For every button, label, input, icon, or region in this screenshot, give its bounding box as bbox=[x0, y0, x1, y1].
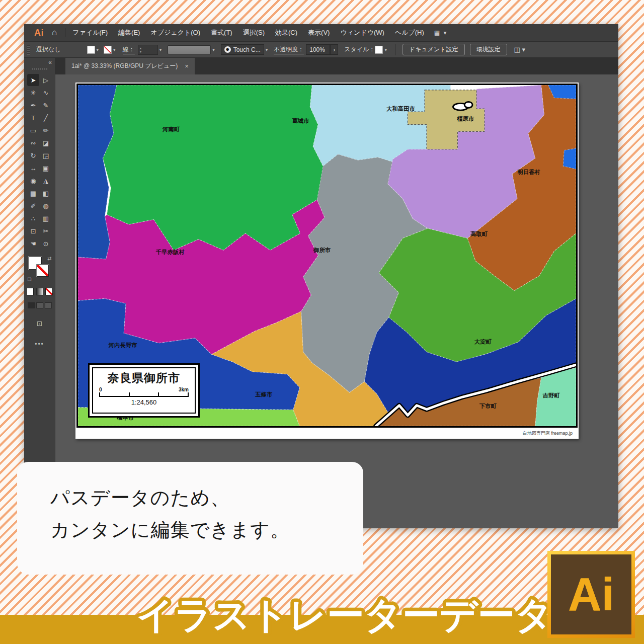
zoom-tool[interactable]: ⊙ bbox=[40, 237, 52, 250]
type-tool[interactable]: T bbox=[27, 112, 39, 124]
region-label-yamatotakada[interactable]: 大和高田市 bbox=[386, 105, 416, 112]
callout-line-1: パスデータのため、 bbox=[50, 482, 363, 514]
symbol-sprayer-tool[interactable]: ∴ bbox=[27, 212, 39, 224]
menu-item[interactable]: 効果(C) bbox=[275, 28, 297, 37]
map-title: 奈良県御所市 bbox=[98, 370, 190, 386]
menu-item[interactable]: ウィンドウ(W) bbox=[340, 28, 384, 37]
region-label-chihayaakasaka[interactable]: 千早赤阪村 bbox=[155, 249, 185, 255]
home-icon[interactable]: ⌂ bbox=[52, 28, 57, 38]
region-label-kashihara[interactable]: 橿原市 bbox=[456, 115, 474, 122]
fill-color-swatch[interactable] bbox=[87, 46, 95, 54]
illustrator-window: Ai ⌂ ファイル(F)編集(E)オブジェクト(O)書式(T)選択(S)効果(C… bbox=[24, 24, 618, 528]
document-tab[interactable]: 1ai* @ 33.33% (RGB/GPU プレビュー) × bbox=[65, 58, 195, 74]
region-label-kawachinagano[interactable]: 河内長野市 bbox=[108, 342, 138, 348]
lasso-tool[interactable]: ∿ bbox=[40, 87, 52, 99]
opacity-panel-button[interactable]: › bbox=[330, 44, 338, 55]
edit-toolbar-ellipsis[interactable]: ••• bbox=[24, 341, 55, 348]
panel-grip[interactable] bbox=[27, 45, 30, 55]
chevron-down-icon[interactable]: ▾ bbox=[159, 47, 162, 52]
slice-tool[interactable]: ✂ bbox=[40, 225, 52, 237]
region-blue-patch-e[interactable] bbox=[563, 148, 576, 169]
rotate-tool[interactable]: ↻ bbox=[27, 149, 39, 162]
magic-wand-tool[interactable]: ✳ bbox=[27, 87, 39, 99]
illustrator-badge-text: Ai bbox=[568, 568, 614, 621]
style-label: スタイル： bbox=[344, 45, 375, 54]
region-label-gojo[interactable]: 五條市 bbox=[255, 391, 273, 397]
artboard-tool[interactable]: ⊡ bbox=[27, 225, 39, 237]
draw-behind-button[interactable] bbox=[36, 302, 43, 308]
region-label-yoshino[interactable]: 吉野町 bbox=[542, 392, 560, 398]
stroke-swatch[interactable] bbox=[37, 265, 49, 277]
menu-item[interactable]: 表示(V) bbox=[308, 28, 330, 37]
region-label-asuka[interactable]: 明日香村 bbox=[517, 169, 540, 175]
scale-tool[interactable]: ◲ bbox=[40, 149, 52, 162]
workspace-switcher-icon[interactable]: ▦ ▾ bbox=[434, 29, 448, 36]
chevron-down-icon[interactable]: ▾ bbox=[266, 47, 268, 52]
artboard-canvas[interactable]: 御所市千早赤阪村河南町葛城市橿原市明日香村大和高田市高取町大淀町五條市河内長野市… bbox=[55, 74, 618, 528]
document-setup-button[interactable]: ドキュメント設定 bbox=[403, 44, 465, 55]
blend-tool[interactable]: ◍ bbox=[40, 200, 52, 212]
arrange-documents-icon[interactable]: ◫ ▾ bbox=[514, 46, 525, 53]
shaper-tool[interactable]: ∾ bbox=[27, 137, 39, 149]
chevron-down-icon[interactable]: ▾ bbox=[97, 47, 99, 52]
mesh-tool[interactable]: ▦ bbox=[27, 187, 39, 199]
collapse-panel-button[interactable]: « bbox=[24, 58, 55, 66]
eyedropper-tool[interactable]: ✐ bbox=[27, 200, 39, 212]
chevron-down-icon[interactable]: ▾ bbox=[113, 47, 116, 52]
stroke-color-swatch[interactable] bbox=[104, 46, 112, 54]
region-label-kanan[interactable]: 河南町 bbox=[162, 126, 180, 132]
pen-tool[interactable]: ✒ bbox=[27, 99, 39, 111]
profile-dot-icon: ● bbox=[224, 46, 231, 53]
opacity-label[interactable]: 不透明度： bbox=[274, 45, 304, 54]
color-button[interactable] bbox=[26, 288, 34, 295]
draw-normal-button[interactable] bbox=[28, 302, 35, 308]
scale-ratio: 1:24,560 bbox=[98, 398, 190, 406]
direct-selection-tool[interactable]: ▷ bbox=[40, 74, 52, 86]
stroke-label[interactable]: 線： bbox=[123, 45, 135, 54]
perspective-grid-tool[interactable]: ◮ bbox=[40, 175, 52, 187]
menu-item[interactable]: ファイル(F) bbox=[72, 28, 108, 37]
selection-tool[interactable]: ➤ bbox=[27, 74, 39, 86]
region-label-oyodo[interactable]: 大淀町 bbox=[474, 339, 492, 345]
width-tool[interactable]: ↔ bbox=[27, 162, 39, 174]
region-label-takatori[interactable]: 高取町 bbox=[470, 230, 488, 237]
map-title-box[interactable]: 奈良県御所市 0 3km 1:24,560 bbox=[88, 363, 200, 418]
stroke-weight-stepper[interactable]: ▴▾ bbox=[138, 45, 158, 55]
menu-item[interactable]: 選択(S) bbox=[243, 28, 265, 37]
region-label-shimoichi[interactable]: 下市町 bbox=[479, 403, 497, 409]
hand-tool[interactable]: ☚ bbox=[27, 237, 39, 250]
menu-item[interactable]: ヘルプ(H) bbox=[395, 28, 424, 37]
chevron-down-icon[interactable]: ▾ bbox=[384, 47, 387, 52]
shape-builder-tool[interactable]: ◉ bbox=[27, 175, 39, 187]
callout-bubble: パスデータのため、 カンタンに編集できます。 bbox=[17, 462, 363, 575]
menu-item[interactable]: 書式(T) bbox=[211, 28, 232, 37]
rectangle-tool[interactable]: ▭ bbox=[27, 124, 39, 136]
preferences-button[interactable]: 環境設定 bbox=[470, 44, 507, 55]
paintbrush-tool[interactable]: ✏ bbox=[40, 124, 52, 136]
variable-width-profile-dropdown[interactable]: ● Touch C... bbox=[221, 44, 264, 55]
draw-inside-button[interactable] bbox=[45, 302, 52, 308]
column-graph-tool[interactable]: ▥ bbox=[40, 212, 52, 224]
menu-item[interactable]: 編集(E) bbox=[118, 28, 140, 37]
menu-item[interactable]: オブジェクト(O) bbox=[150, 28, 200, 37]
fill-stroke-control[interactable]: ⇄ ❏ bbox=[28, 257, 52, 280]
change-screen-mode-icon[interactable]: ⊡ bbox=[24, 319, 55, 328]
panel-grip[interactable] bbox=[32, 68, 47, 70]
drawing-mode-row bbox=[24, 302, 55, 308]
region-label-gose[interactable]: 御所市 bbox=[313, 247, 331, 253]
gradient-button[interactable] bbox=[36, 288, 43, 295]
curvature-tool[interactable]: ✎ bbox=[40, 99, 52, 111]
gradient-tool[interactable]: ◧ bbox=[40, 187, 52, 199]
eraser-tool[interactable]: ◪ bbox=[40, 137, 52, 149]
style-swatch[interactable] bbox=[375, 46, 383, 54]
free-transform-tool[interactable]: ▣ bbox=[40, 162, 52, 174]
region-label-katsuragi[interactable]: 葛城市 bbox=[291, 117, 309, 124]
brush-definition-dropdown[interactable] bbox=[168, 45, 211, 54]
lake-icon[interactable] bbox=[464, 102, 472, 108]
line-tool[interactable]: ╱ bbox=[40, 112, 52, 124]
opacity-value-field[interactable]: 100% bbox=[306, 44, 330, 55]
default-fill-stroke-icon[interactable]: ❏ bbox=[28, 277, 32, 282]
none-button[interactable] bbox=[45, 288, 53, 295]
close-icon[interactable]: × bbox=[185, 62, 189, 70]
swap-fill-stroke-icon[interactable]: ⇄ bbox=[47, 256, 51, 261]
